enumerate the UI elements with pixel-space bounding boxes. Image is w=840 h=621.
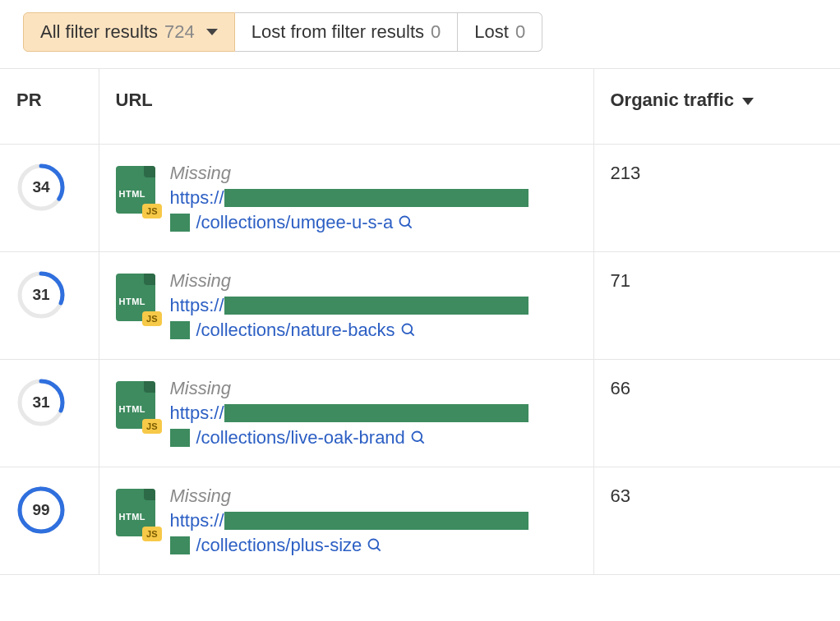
pr-value: 31 (32, 393, 49, 412)
sort-desc-icon (742, 98, 754, 105)
js-badge-icon: JS (142, 204, 161, 218)
search-icon[interactable] (410, 430, 427, 446)
tab-label: All filter results (40, 21, 158, 43)
svg-line-3 (408, 225, 412, 228)
svg-line-7 (410, 333, 413, 336)
table-row: 31 HTML JS Missing https:// /collectio (0, 360, 840, 467)
tab-count: 0 (431, 21, 441, 43)
redacted-domain (224, 512, 528, 530)
svg-point-10 (412, 432, 422, 442)
redacted-domain (224, 189, 528, 207)
filter-tabs: All filter results 724 Lost from filter … (0, 0, 840, 52)
pr-badge: 99 (16, 485, 66, 535)
svg-point-14 (369, 540, 379, 550)
js-badge-icon: JS (142, 311, 161, 326)
results-table: PR URL Organic traffic 34 HTML (0, 68, 840, 575)
redacted-domain (224, 404, 528, 422)
status-label: Missing (170, 163, 528, 184)
redacted-prefix (170, 214, 190, 232)
url-path[interactable]: /collections/nature-backs (196, 320, 395, 341)
pr-badge: 34 (16, 163, 66, 212)
search-icon[interactable] (367, 537, 383, 554)
status-label: Missing (170, 270, 528, 292)
pr-value: 99 (32, 501, 49, 519)
table-row: 31 HTML JS Missing https:// /collectio (0, 252, 840, 360)
table-row: 99 HTML JS Missing https:// /collectio (0, 467, 840, 575)
traffic-value: 63 (611, 485, 630, 506)
url-path[interactable]: /collections/live-oak-brand (196, 427, 405, 448)
file-icon-label: HTML (119, 297, 146, 306)
tab-count: 724 (164, 21, 195, 43)
column-header-traffic-label: Organic traffic (611, 90, 734, 110)
svg-point-2 (400, 217, 410, 227)
traffic-value: 71 (611, 270, 630, 291)
pr-value: 31 (32, 286, 49, 304)
pr-badge: 31 (16, 378, 66, 427)
search-icon[interactable] (398, 214, 414, 231)
redacted-prefix (170, 536, 190, 554)
html-file-icon: HTML JS (116, 274, 155, 321)
html-file-icon: HTML JS (116, 489, 155, 536)
file-icon-label: HTML (119, 512, 146, 522)
status-label: Missing (170, 378, 528, 399)
traffic-value: 66 (611, 378, 630, 398)
url-link[interactable]: https:// (170, 510, 528, 531)
tab-all-filter-results[interactable]: All filter results 724 (23, 12, 235, 52)
chevron-down-icon (206, 29, 218, 35)
column-header-traffic[interactable]: Organic traffic (593, 69, 840, 145)
table-row: 34 HTML JS Missing https:// /collectio (0, 145, 840, 252)
traffic-value: 213 (611, 163, 641, 183)
redacted-prefix (170, 321, 190, 339)
url-protocol: https:// (170, 510, 224, 531)
column-header-pr[interactable]: PR (0, 69, 99, 145)
tab-lost[interactable]: Lost 0 (458, 12, 542, 52)
url-link[interactable]: https:// (170, 295, 528, 316)
redacted-domain (224, 297, 528, 315)
search-icon[interactable] (400, 322, 417, 338)
status-label: Missing (170, 485, 528, 507)
url-protocol: https:// (170, 402, 224, 424)
url-link[interactable]: https:// (170, 402, 528, 424)
js-badge-icon: JS (142, 527, 161, 541)
tab-lost-from-filter[interactable]: Lost from filter results 0 (235, 12, 459, 52)
svg-line-11 (420, 440, 423, 444)
url-path[interactable]: /collections/umgee-u-s-a (196, 212, 394, 233)
url-protocol: https:// (170, 295, 224, 316)
url-protocol: https:// (170, 187, 224, 209)
tab-label: Lost (474, 21, 509, 43)
file-icon-label: HTML (119, 189, 146, 199)
svg-line-15 (377, 548, 381, 551)
redacted-prefix (170, 429, 190, 447)
column-header-url[interactable]: URL (99, 69, 593, 145)
pr-value: 34 (32, 178, 49, 196)
file-icon-label: HTML (119, 404, 146, 414)
html-file-icon: HTML JS (116, 381, 155, 429)
svg-point-6 (402, 324, 412, 334)
pr-badge: 31 (16, 270, 66, 320)
url-path[interactable]: /collections/plus-size (196, 535, 362, 556)
url-link[interactable]: https:// (170, 187, 528, 209)
js-badge-icon: JS (142, 419, 161, 434)
html-file-icon: HTML JS (116, 166, 155, 214)
tab-count: 0 (515, 21, 525, 43)
tab-label: Lost from filter results (252, 21, 424, 43)
